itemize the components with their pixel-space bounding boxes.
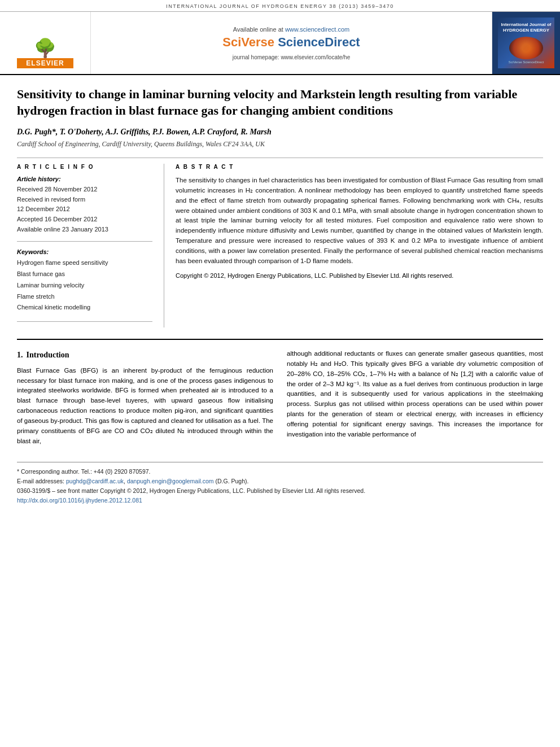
- elsevier-brand-name: ELSEVIER: [17, 58, 73, 68]
- footer-notes: * Corresponding author. Tel.: +44 (0) 29…: [17, 462, 543, 505]
- history-online: Available online 23 January 2013: [17, 225, 152, 235]
- journal-cover-area: International Journal of HYDROGEN ENERGY…: [492, 12, 560, 74]
- corresponding-note: * Corresponding author. Tel.: +44 (0) 29…: [17, 467, 543, 477]
- abstract-title: A B S T R A C T: [176, 164, 543, 170]
- section-divider-1: [17, 158, 543, 158]
- history-revised-label: Received in revised form: [17, 195, 152, 205]
- cover-graphic: [509, 37, 543, 59]
- tree-icon: 🌳: [34, 39, 56, 57]
- email-link-1[interactable]: pughdg@cardiff.ac.uk: [66, 478, 124, 484]
- intro-paragraph-right: although additional reductants or fluxes…: [287, 349, 543, 439]
- keyword-1: Hydrogen flame speed sensitivity: [17, 257, 152, 269]
- journal-top-bar: International Journal of Hydrogen Energy…: [0, 0, 560, 12]
- email-note: E-mail addresses: pughdg@cardiff.ac.uk, …: [17, 477, 543, 486]
- keywords-label: Keywords:: [17, 248, 152, 255]
- available-online-text: Available online at www.sciencedirect.co…: [233, 26, 349, 33]
- doi-note: http://dx.doi.org/10.1016/j.ijhydene.201…: [17, 496, 543, 505]
- article-title: Sensitivity to change in laminar burning…: [17, 86, 543, 119]
- body-divider: [17, 339, 543, 340]
- homepage-label: journal homepage: www.elsevier.com/locat…: [233, 54, 350, 60]
- info-divider-2: [17, 321, 152, 322]
- header-area: 🌳 ELSEVIER Available online at www.scien…: [0, 12, 560, 75]
- intro-paragraph-left: Blast Furnace Gas (BFG) is an inherent b…: [17, 366, 273, 447]
- email-link-2[interactable]: danpugh.engin@googlemail.com: [127, 478, 214, 484]
- body-col-right: although additional reductants or fluxes…: [287, 349, 543, 451]
- section-title: Introduction: [27, 351, 69, 359]
- cover-title: International Journal of HYDROGEN ENERGY: [500, 22, 552, 33]
- article-main: Sensitivity to change in laminar burning…: [0, 75, 560, 517]
- article-info-title: A R T I C L E I N F O: [17, 164, 152, 170]
- journal-cover-image: International Journal of HYDROGEN ENERGY…: [498, 18, 554, 68]
- abstract-area: A B S T R A C T The sensitivity to chang…: [176, 164, 543, 327]
- sciverse-logo: SciVerse ScienceDirect: [222, 35, 360, 50]
- history-received: Received 28 November 2012: [17, 185, 152, 195]
- header-center: Available online at www.sciencedirect.co…: [90, 12, 492, 74]
- affiliation: Cardiff School of Engineering, Cardiff U…: [17, 140, 543, 148]
- article-info-panel: A R T I C L E I N F O Article history: R…: [17, 164, 152, 327]
- issn-note: 0360-3199/$ – see front matter Copyright…: [17, 486, 543, 496]
- history-accepted: Accepted 16 December 2012: [17, 215, 152, 225]
- elsevier-tree-logo: 🌳: [17, 18, 73, 57]
- keyword-3: Laminar burning velocity: [17, 280, 152, 291]
- body-col-left: 1.Introduction Blast Furnace Gas (BFG) i…: [17, 349, 273, 451]
- sciverse-sd: ScienceDirect: [278, 35, 360, 49]
- keyword-4: Flame stretch: [17, 291, 152, 303]
- elsevier-logo: 🌳 ELSEVIER: [17, 18, 73, 68]
- sciverse-sci: SciVerse: [222, 35, 278, 49]
- sciencedirect-url[interactable]: www.sciencedirect.com: [285, 26, 349, 33]
- doi-link[interactable]: http://dx.doi.org/10.1016/j.ijhydene.201…: [17, 497, 142, 504]
- info-abstract-area: A R T I C L E I N F O Article history: R…: [17, 164, 543, 327]
- cover-subtitle: SciVerse ScienceDirect: [509, 60, 544, 64]
- authors: D.G. Pugh*, T. O'Doherty, A.J. Griffiths…: [17, 128, 543, 137]
- info-divider: [17, 241, 152, 242]
- keyword-5: Chemical kinetic modelling: [17, 302, 152, 313]
- available-online-label: Available online at: [233, 26, 283, 33]
- abstract-copyright: Copyright © 2012, Hydrogen Energy Public…: [176, 271, 543, 281]
- keyword-2: Blast furnace gas: [17, 269, 152, 280]
- history-label: Article history:: [17, 176, 152, 182]
- history-revised-date: 12 December 2012: [17, 204, 152, 215]
- info-abstract-divider: [164, 164, 164, 327]
- body-two-col: 1.Introduction Blast Furnace Gas (BFG) i…: [17, 349, 543, 451]
- abstract-text: The sensitivity to changes in fuel chara…: [176, 176, 543, 266]
- section-number: 1.: [17, 351, 23, 359]
- elsevier-logo-area: 🌳 ELSEVIER: [0, 12, 90, 74]
- article-history: Article history: Received 28 November 20…: [17, 176, 152, 234]
- journal-homepage: journal homepage: www.elsevier.com/locat…: [233, 54, 350, 60]
- keywords-section: Keywords: Hydrogen flame speed sensitivi…: [17, 248, 152, 313]
- section-1-heading: 1.Introduction: [17, 349, 273, 361]
